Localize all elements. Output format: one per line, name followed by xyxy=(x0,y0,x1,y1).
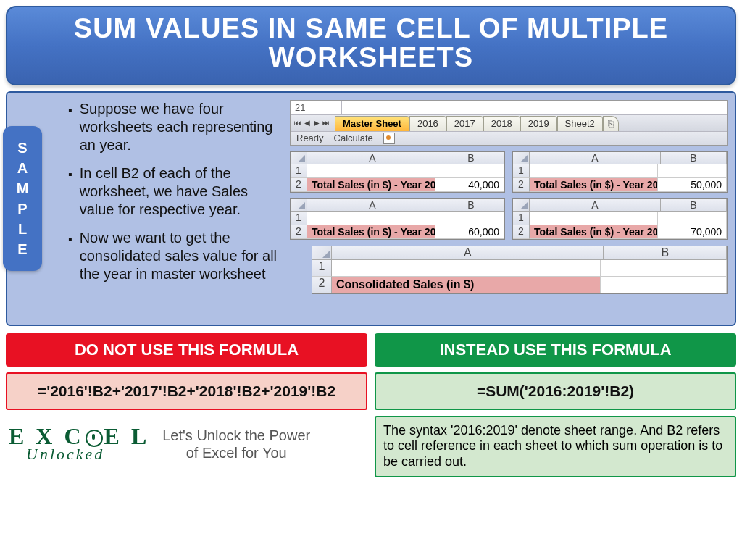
tab-2017[interactable]: 2017 xyxy=(446,116,483,131)
record-macro-icon[interactable] xyxy=(383,133,395,144)
tab-sheet2[interactable]: Sheet2 xyxy=(557,116,603,131)
label-2018: Total Sales (in $) - Year 2018 xyxy=(307,225,435,239)
keyhole-icon xyxy=(86,430,103,447)
tab-master-sheet[interactable]: Master Sheet xyxy=(335,116,409,131)
sheet-2017: AB 1 2Total Sales (in $) - Year 201750,0… xyxy=(512,151,728,193)
sheet-2019: AB 1 2Total Sales (in $) - Year 201970,0… xyxy=(512,198,728,240)
sample-badge: S A M P L E xyxy=(3,126,42,271)
first-tab-icon[interactable]: ⏮ xyxy=(293,119,302,127)
status-ready: Ready xyxy=(296,133,324,143)
formula-bar[interactable] xyxy=(342,101,727,114)
status-calculate: Calculate xyxy=(334,133,373,143)
title-line-2: WORKSHEETS xyxy=(269,42,473,72)
explanation-text: The syntax '2016:2019' denote sheet rang… xyxy=(375,416,736,477)
bullet-item: In cell B2 of each of the worksheet, we … xyxy=(68,164,278,219)
label-2017: Total Sales (in $) - Year 2017 xyxy=(530,178,658,192)
bad-formula: ='2016'!B2+'2017'!B2+'2018'!B2+'2019'!B2 xyxy=(6,372,367,410)
sheet-2016: AB 1 2Total Sales (in $) - Year 201640,0… xyxy=(290,151,505,193)
last-tab-icon[interactable]: ⏭ xyxy=(322,119,330,127)
value-2018: 60,000 xyxy=(435,225,504,239)
tab-2018[interactable]: 2018 xyxy=(483,116,520,131)
bullet-item: Now we want to get the consolidated sale… xyxy=(68,229,278,283)
value-2016: 40,000 xyxy=(435,178,504,192)
title-line-1: SUM VALUES IN SAME CELL OF MULTIPLE xyxy=(74,13,668,43)
label-2016: Total Sales (in $) - Year 2016 xyxy=(307,178,435,192)
next-tab-icon[interactable]: ▶ xyxy=(312,119,321,127)
tab-2016[interactable]: 2016 xyxy=(409,116,446,131)
title-banner: SUM VALUES IN SAME CELL OF MULTIPLE WORK… xyxy=(6,6,736,85)
good-formula: =SUM('2016:2019'!B2) xyxy=(375,372,736,410)
prev-tab-icon[interactable]: ◀ xyxy=(303,119,312,127)
value-master xyxy=(601,277,727,293)
excel-tabs-panel: 21 ⏮ ◀ ▶ ⏭ Master Sheet 2016 2017 2018 2… xyxy=(290,100,728,146)
sample-block: S A M P L E Suppose we have four workshe… xyxy=(6,91,736,326)
new-sheet-icon[interactable]: ⎘ xyxy=(603,116,619,131)
name-box[interactable]: 21 xyxy=(291,101,342,114)
brand-logo: E X CE L Unlocked xyxy=(9,426,149,461)
sheet-2018: AB 1 2Total Sales (in $) - Year 201860,0… xyxy=(290,198,505,240)
bullet-list: Suppose we have four worksheets each rep… xyxy=(68,100,278,294)
bullet-item: Suppose we have four worksheets each rep… xyxy=(68,100,278,154)
value-2019: 70,000 xyxy=(658,225,727,239)
label-2019: Total Sales (in $) - Year 2019 xyxy=(530,225,658,239)
good-formula-header: INSTEAD USE THIS FORMULA xyxy=(375,333,736,367)
tab-nav-arrows[interactable]: ⏮ ◀ ▶ ⏭ xyxy=(293,119,330,127)
sheet-master: AB 1 2Consolidated Sales (in $) xyxy=(312,246,728,294)
tab-2019[interactable]: 2019 xyxy=(520,116,557,131)
label-master: Consolidated Sales (in $) xyxy=(332,277,601,293)
brand-tagline: Let's Unlock the Power of Excel for You xyxy=(162,427,310,461)
value-2017: 50,000 xyxy=(658,178,727,192)
bad-formula-header: DO NOT USE THIS FORMULA xyxy=(6,333,367,367)
